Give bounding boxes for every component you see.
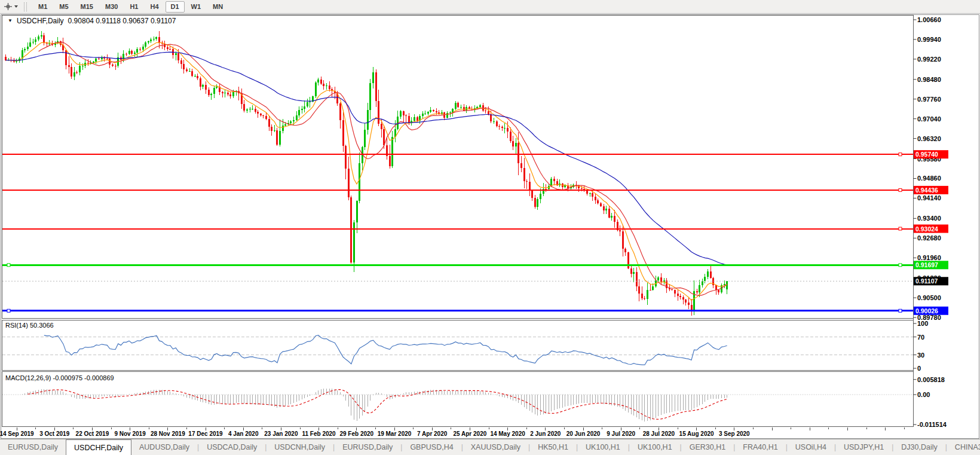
timeframe-button-h1[interactable]: H1 — [124, 1, 143, 13]
macd-panel[interactable] — [2, 372, 914, 427]
date-tick-label: 3 Sep 2020 — [719, 430, 750, 437]
chart-tab-usdcnh-daily[interactable]: USDCNH,Daily — [267, 439, 333, 455]
line-price-badge-label: 0.90026 — [915, 307, 938, 314]
line-handle-icon[interactable] — [899, 227, 902, 230]
date-tick-label: 28 Nov 2019 — [151, 430, 185, 437]
date-tick-label: 28 Jul 2020 — [643, 430, 675, 437]
chart-title: ▼ USDCHF,Daily 0.90804 0.91118 0.90637 0… — [8, 17, 176, 25]
chart-tab-gbpusd-h4[interactable]: GBPUSD,H4 — [402, 439, 461, 455]
chart-tab-china300-h1[interactable]: CHINA300,H1 — [947, 439, 980, 455]
line-handle-icon[interactable] — [899, 188, 902, 191]
date-tick-label: 14 May 2020 — [490, 430, 525, 437]
date-axis: 14 Sep 20193 Oct 201922 Oct 20199 Nov 20… — [0, 427, 904, 438]
crosshair-tool-button[interactable] — [0, 2, 20, 11]
rsi-tick-label: 0 — [917, 365, 921, 372]
collapse-arrow-icon[interactable]: ▼ — [8, 19, 13, 23]
price-tick-label: 0.94140 — [917, 194, 941, 201]
date-tick-label: 19 Mar 2020 — [378, 430, 412, 437]
top-toolbar: M1M5M15M30H1H4D1W1MN — [0, 0, 980, 14]
chart-tab-ger30-h1[interactable]: GER30,H1 — [682, 439, 733, 455]
chart-tab-uk100-h1[interactable]: UK100,H1 — [630, 439, 680, 455]
line-price-badge-label: 0.91697 — [915, 261, 938, 268]
date-tick-label: 23 Jan 2020 — [264, 430, 298, 437]
chart-tab-usdjpy-h1[interactable]: USDJPY,H1 — [836, 439, 892, 455]
chart-tabs-bar: EURUSD,DailyUSDCHF,DailyAUDUSD,Daily|USD… — [0, 439, 980, 455]
date-tick-label: 3 Oct 2019 — [39, 430, 69, 437]
timeframe-button-group: M1M5M15M30H1H4D1W1MN — [32, 0, 229, 13]
date-tick-label: 14 Sep 2019 — [0, 430, 34, 437]
chart-tab-eurusd-daily[interactable]: EURUSD,Daily — [0, 439, 66, 455]
price-tick-label: 0.92680 — [917, 234, 941, 242]
date-tick-label: 2 Jun 2020 — [530, 430, 561, 437]
chart-tab-usdchf-daily[interactable]: USDCHF,Daily — [66, 439, 131, 455]
rsi-panel[interactable] — [2, 320, 914, 371]
price-tick-label: 0.99220 — [917, 56, 941, 63]
line-price-badge-label: 0.94436 — [915, 187, 938, 194]
macd-tick-label: -0.011514 — [917, 421, 947, 428]
rsi-tick-label: 30 — [917, 352, 924, 359]
chart-ohlc-values: 0.90804 0.91118 0.90637 0.91107 — [68, 17, 176, 25]
date-tick-label: 15 Aug 2020 — [679, 430, 714, 437]
line-price-badge-label: 0.95740 — [915, 151, 938, 158]
macd-indicator-label: MACD(12,26,9) -0.000975 -0.000869 — [5, 374, 114, 381]
price-tick-label: 0.90500 — [917, 294, 941, 301]
chart-tab-usoil-h4[interactable]: USOil,H4 — [788, 439, 834, 455]
rsi-indicator-label: RSI(14) 50.3066 — [5, 322, 54, 329]
chart-tab-audusd-daily[interactable]: AUDUSD,Daily — [131, 439, 197, 455]
rsi-tick-label: 100 — [917, 320, 928, 327]
timeframe-button-m30[interactable]: M30 — [100, 1, 123, 13]
macd-tick-label: 0.005818 — [917, 376, 945, 383]
timeframe-button-m15[interactable]: M15 — [75, 1, 99, 13]
price-tick-label: 0.98480 — [917, 76, 941, 83]
line-price-badge-label: 0.93024 — [915, 225, 938, 233]
date-tick-label: 20 Jun 2020 — [566, 430, 601, 437]
price-tick-label: 0.91960 — [917, 254, 941, 261]
chart-tab-uk100-h1[interactable]: UK100,H1 — [578, 439, 628, 455]
line-handle-icon[interactable] — [7, 309, 10, 312]
macd-tick-label: 0.00 — [917, 391, 930, 398]
rsi-tick-label: 70 — [917, 334, 924, 341]
timeframe-button-m1[interactable]: M1 — [33, 1, 53, 13]
date-tick-label: 9 Nov 2019 — [114, 430, 146, 437]
price-tick-label: 0.97040 — [917, 115, 941, 123]
chart-tab-usdcad-daily[interactable]: USDCAD,Daily — [199, 439, 265, 455]
date-tick-label: 17 Dec 2019 — [188, 430, 223, 437]
timeframe-button-w1[interactable]: W1 — [186, 1, 207, 13]
date-tick-label: 9 Jul 2020 — [607, 430, 635, 437]
date-tick-label: 25 Apr 2020 — [454, 430, 487, 437]
current-price-badge-label: 0.91107 — [915, 277, 938, 285]
price-tick-label: 0.96320 — [917, 135, 941, 142]
price-tick-label: 0.94860 — [917, 175, 941, 182]
line-handle-icon[interactable] — [7, 264, 10, 267]
timeframe-button-mn[interactable]: MN — [207, 1, 228, 13]
crosshair-icon — [4, 2, 13, 11]
toolbar-grip[interactable] — [24, 2, 27, 11]
line-handle-icon[interactable] — [899, 264, 902, 267]
timeframe-button-d1[interactable]: D1 — [166, 1, 185, 13]
chevron-down-icon[interactable] — [14, 5, 18, 8]
date-tick-label: 29 Feb 2020 — [339, 430, 373, 437]
chart-tab-hk50-h1[interactable]: HK50,H1 — [530, 439, 576, 455]
timeframe-button-m5[interactable]: M5 — [54, 1, 74, 13]
line-handle-icon[interactable] — [899, 309, 902, 312]
chart-tab-xauusd-daily[interactable]: XAUUSD,Daily — [463, 439, 528, 455]
date-tick-label: 7 Apr 2020 — [417, 430, 448, 437]
chart-symbol-label: USDCHF,Daily — [17, 17, 64, 25]
date-tick-label: 4 Jan 2020 — [228, 430, 259, 437]
main-price-panel[interactable] — [2, 16, 914, 319]
price-tick-label: 0.93400 — [917, 215, 941, 222]
price-tick-label: 1.00660 — [917, 16, 941, 23]
chart-tab-eurusd-daily[interactable]: EURUSD,Daily — [335, 439, 400, 455]
chart-tab-fra40-h1[interactable]: FRA40,H1 — [735, 439, 785, 455]
date-tick-label: 11 Feb 2020 — [302, 430, 336, 437]
timeframe-button-h4[interactable]: H4 — [145, 1, 164, 13]
price-tick-label: 0.99940 — [917, 36, 941, 43]
line-handle-icon[interactable] — [899, 153, 902, 156]
chart-canvas[interactable]: 1.006600.999400.992200.984800.977600.970… — [0, 14, 980, 439]
chart-tab-dj30-daily[interactable]: DJ30,Daily — [893, 439, 945, 455]
date-tick-label: 22 Oct 2019 — [76, 430, 109, 437]
price-tick-label: 0.97760 — [917, 96, 941, 103]
